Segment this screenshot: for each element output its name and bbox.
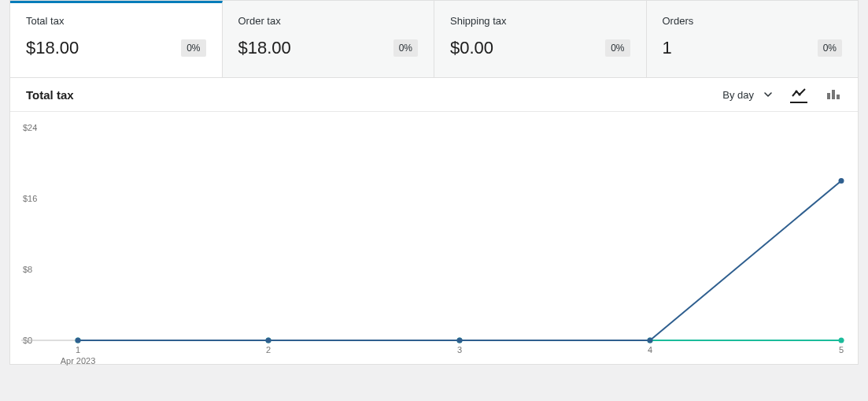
x-tick: 5 [839, 345, 844, 355]
svg-point-1 [798, 93, 800, 95]
line-chart-icon [792, 88, 806, 99]
svg-rect-4 [837, 95, 840, 99]
card-order-tax[interactable]: Order tax $18.00 0% [223, 1, 435, 77]
card-total-tax[interactable]: Total tax $18.00 0% [10, 1, 223, 77]
chart-panel: Total tax By day $24 $16 $8 $0 [9, 78, 859, 365]
card-delta: 0% [181, 39, 205, 57]
card-delta: 0% [818, 39, 842, 57]
interval-label: By day [722, 89, 754, 101]
x-tick: 4 [648, 345, 652, 355]
svg-point-12 [266, 338, 271, 343]
card-value: 1 [663, 38, 672, 58]
card-label: Orders [663, 15, 843, 27]
svg-rect-2 [827, 93, 830, 99]
chart-plot [10, 112, 859, 364]
chart-controls: By day [722, 86, 842, 103]
card-value: $18.00 [238, 38, 291, 58]
chart-area: $24 $16 $8 $0 [10, 112, 858, 364]
line-chart-button[interactable] [790, 86, 807, 103]
x-sublabel: Apr 2023 [61, 356, 96, 366]
svg-rect-3 [832, 90, 835, 99]
summary-cards: Total tax $18.00 0% Order tax $18.00 0% … [9, 0, 859, 78]
svg-point-14 [648, 338, 653, 343]
svg-point-10 [839, 338, 844, 343]
svg-point-11 [76, 338, 81, 343]
x-tick: 3 [457, 345, 462, 355]
card-value: $0.00 [450, 38, 493, 58]
svg-point-13 [457, 338, 463, 343]
svg-point-0 [795, 90, 797, 92]
card-label: Shipping tax [450, 15, 630, 27]
card-delta: 0% [393, 39, 418, 57]
card-orders[interactable]: Orders 1 0% [647, 1, 859, 77]
card-label: Order tax [238, 15, 419, 27]
chart-title: Total tax [26, 88, 74, 102]
chart-header: Total tax By day [10, 78, 858, 112]
card-shipping-tax[interactable]: Shipping tax $0.00 0% [434, 1, 647, 77]
interval-select[interactable]: By day [722, 89, 773, 101]
chevron-down-icon [763, 90, 773, 99]
bar-chart-button[interactable] [825, 86, 842, 103]
card-value: $18.00 [26, 38, 79, 58]
svg-point-15 [839, 178, 844, 184]
x-tick: 2 [266, 345, 271, 355]
card-label: Total tax [26, 15, 206, 27]
bar-chart-icon [826, 88, 840, 99]
card-delta: 0% [605, 39, 630, 57]
x-tick: 1 [76, 345, 80, 355]
